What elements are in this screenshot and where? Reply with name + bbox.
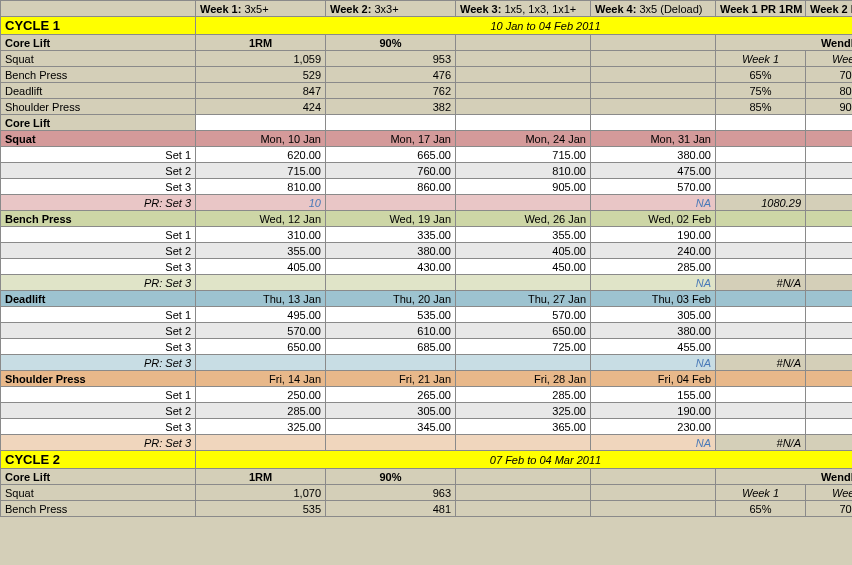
deadlift-set2: Set 2570.00610.00650.00380.00 [1,323,853,339]
bench-1rm: Bench Press 529 476 65% 70% [1,67,853,83]
deadlift-block-hdr: Deadlift Thu, 13 JanThu, 20 JanThu, 27 J… [1,291,853,307]
shoulder-block-hdr: Shoulder Press Fri, 14 JanFri, 21 JanFri… [1,371,853,387]
shoulder-pr: PR: Set 3NA#N/A#N/A [1,435,853,451]
squat-set3: Set 3810.00860.00905.00570.000.00% [1,179,853,195]
squat2-1rm: Squat 1,070 963 Week 1 Week 2 [1,485,853,501]
squat-pr: PR: Set 310NA1080.29#N/A [1,195,853,211]
shoulder-set2: Set 2285.00305.00325.00190.00 [1,403,853,419]
deadlift-set3: Set 3650.00685.00725.00455.000.00% [1,339,853,355]
wendler-spreadsheet: Week 1: 3x5+ Week 2: 3x3+ Week 3: 1x5, 1… [0,0,852,517]
deadlift-pr: PR: Set 3NA#N/A#N/A [1,355,853,371]
week4-hdr: Week 4: 3x5 (Deload) [591,1,716,17]
cycle2-row: CYCLE 2 07 Feb to 04 Mar 2011 [1,451,853,469]
cycle1-row: CYCLE 1 10 Jan to 04 Feb 2011 [1,17,853,35]
cycle2-date: 07 Feb to 04 Mar 2011 [196,451,853,469]
core-lift-hdr2: Core Lift 1RM 90% Wendler Perc [1,469,853,485]
cycle2-label: CYCLE 2 [1,451,196,469]
squat-set2: Set 2715.00760.00810.00475.00 [1,163,853,179]
shoulder-set3: Set 3325.00345.00365.00230.000.00% [1,419,853,435]
squat-set1: Set 1620.00665.00715.00380.00 [1,147,853,163]
bench2-1rm: Bench Press 535 481 65% 70% [1,501,853,517]
shoulder-1rm: Shoulder Press 424 382 85% 90% [1,99,853,115]
bench-set1: Set 1310.00335.00355.00190.00 [1,227,853,243]
shoulder-set1: Set 1250.00265.00285.00155.00 [1,387,853,403]
cycle1-label: CYCLE 1 [1,17,196,35]
pr2-hdr: Week 2 PR 1RM [806,1,853,17]
bench-block-hdr: Bench Press Wed, 12 JanWed, 19 JanWed, 2… [1,211,853,227]
pr1-hdr: Week 1 PR 1RM [716,1,806,17]
bench-set3: Set 3405.00430.00450.00285.000.00% [1,259,853,275]
bench-set2: Set 2355.00380.00405.00240.00 [1,243,853,259]
cycle1-date: 10 Jan to 04 Feb 2011 [196,17,853,35]
week3-hdr: Week 3: 1x5, 1x3, 1x1+ [456,1,591,17]
week2-hdr: Week 2: 3x3+ [326,1,456,17]
bench-pr: PR: Set 3NA#N/A#N/A [1,275,853,291]
week-header-row: Week 1: 3x5+ Week 2: 3x3+ Week 3: 1x5, 1… [1,1,853,17]
deadlift-1rm: Deadlift 847 762 75% 80% [1,83,853,99]
deadlift-set1: Set 1495.00535.00570.00305.00 [1,307,853,323]
core-lift-sub: Core Lift [1,115,853,131]
squat-block-hdr: Squat Mon, 10 JanMon, 17 JanMon, 24 JanM… [1,131,853,147]
core-lift-hdr: Core Lift 1RM 90% Wendler Perc [1,35,853,51]
squat-1rm: Squat 1,059 953 Week 1 Week 2 [1,51,853,67]
week1-hdr: Week 1: 3x5+ [196,1,326,17]
